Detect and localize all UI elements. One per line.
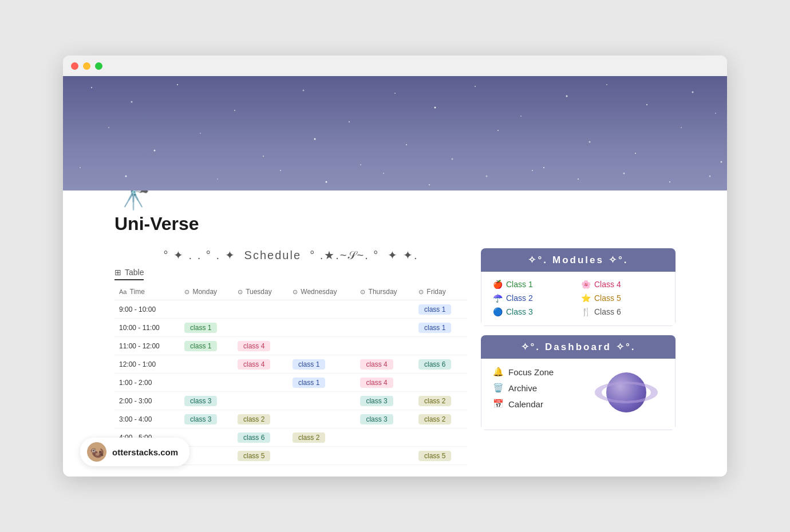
dashboard-links: 🔔Focus Zone🗑️Archive📅Calendar	[493, 367, 554, 409]
class-badge: class 1	[418, 323, 451, 333]
svg-point-8	[475, 86, 476, 87]
close-button[interactable]	[71, 62, 78, 70]
class-badge: class 1	[184, 341, 217, 351]
class-cell: class 1	[414, 300, 467, 319]
module-emoji: 🍴	[581, 307, 591, 316]
module-item[interactable]: ⭐Class 5	[581, 293, 663, 303]
class-cell: class 2	[414, 410, 467, 428]
class-badge: class 4	[238, 341, 270, 351]
svg-point-15	[108, 127, 109, 128]
class-badge: class 2	[238, 414, 270, 424]
module-emoji: ☂️	[493, 293, 503, 303]
class-cell: class 2	[414, 392, 467, 410]
table-row: 3:00 - 4:00class 3class 2class 3class 2	[114, 410, 467, 428]
class-badge: class 4	[360, 359, 393, 370]
class-cell: class 1	[414, 319, 467, 337]
time-cell: 1:00 - 2:00	[114, 374, 180, 392]
modules-body: 🍎Class 1🌸Class 4☂️Class 2⭐Class 5🔵Class …	[481, 272, 676, 326]
module-item[interactable]: 🌸Class 4	[581, 280, 663, 289]
svg-point-23	[497, 130, 499, 131]
module-item[interactable]: ☂️Class 2	[493, 293, 575, 303]
page-content: 🔭 Uni-Verse ° ✦ . . ° . ✦ Schedule ° .★.…	[63, 179, 727, 477]
dashboard-link-calendar[interactable]: 📅Calendar	[493, 399, 554, 409]
svg-point-18	[263, 156, 264, 157]
svg-point-41	[709, 176, 711, 177]
module-label: Class 5	[594, 293, 621, 303]
empty-cell	[414, 374, 467, 392]
stars-background	[63, 76, 727, 190]
empty-cell	[288, 337, 356, 355]
class-cell: class 4	[356, 355, 414, 374]
empty-cell	[288, 319, 356, 337]
svg-point-3	[234, 110, 235, 111]
schedule-section: ° ✦ . . ° . ✦ Schedule ° .★.~𝒮~. ° ✦ ✦. …	[114, 248, 467, 465]
svg-point-39	[623, 173, 625, 174]
class-badge: class 3	[184, 396, 217, 406]
svg-point-9	[520, 116, 522, 117]
module-item[interactable]: 🍴Class 6	[581, 307, 663, 316]
site-label: otterstacks.com	[112, 447, 178, 457]
dashboard-link-focus-zone[interactable]: 🔔Focus Zone	[493, 367, 554, 377]
svg-point-24	[543, 167, 544, 168]
dashboard-title: Dashboard	[545, 342, 611, 353]
svg-point-11	[606, 84, 607, 85]
class-cell: class 3	[356, 410, 414, 428]
class-cell: class 1	[288, 374, 356, 392]
module-emoji: 🌸	[581, 280, 591, 289]
class-badge: class 1	[293, 359, 325, 370]
link-emoji: 🗑️	[493, 383, 504, 393]
empty-cell	[288, 300, 356, 319]
time-cell: 9:00 - 10:00	[114, 300, 180, 319]
svg-point-26	[635, 153, 636, 154]
module-label: Class 4	[594, 280, 621, 289]
class-badge: class 3	[360, 414, 393, 424]
class-cell: class 5	[414, 447, 467, 465]
main-layout: ° ✦ . . ° . ✦ Schedule ° .★.~𝒮~. ° ✦ ✦. …	[63, 248, 727, 465]
class-cell: class 1	[288, 355, 356, 374]
schedule-header: ° ✦ . . ° . ✦ Schedule ° .★.~𝒮~. ° ✦ ✦.	[114, 248, 467, 262]
svg-point-29	[80, 167, 81, 168]
modules-title: Modules	[552, 255, 604, 266]
col-thursday: ⊙ Thursday	[356, 284, 414, 300]
class-cell: class 2	[233, 410, 288, 428]
class-badge: class 4	[238, 359, 270, 370]
empty-cell	[356, 337, 414, 355]
class-badge: class 1	[418, 304, 451, 315]
table-row: 9:00 - 10:00class 1	[114, 300, 467, 319]
module-label: Class 1	[506, 280, 533, 289]
class-badge: class 5	[238, 451, 270, 461]
module-item[interactable]: 🍎Class 1	[493, 280, 575, 289]
otter-avatar: 🦦	[87, 442, 106, 462]
class-badge: class 1	[293, 378, 325, 388]
empty-cell	[233, 374, 288, 392]
class-cell: class 5	[233, 447, 288, 465]
class-cell: class 4	[356, 374, 414, 392]
svg-point-40	[669, 181, 670, 182]
svg-point-36	[486, 176, 488, 177]
module-emoji: ⭐	[581, 293, 591, 303]
class-cell: class 6	[414, 355, 467, 374]
class-badge: class 6	[238, 432, 270, 443]
planet-container	[589, 367, 663, 418]
class-cell: class 1	[180, 337, 233, 355]
svg-point-33	[326, 181, 327, 183]
empty-cell	[356, 300, 414, 319]
svg-point-35	[429, 184, 430, 185]
time-cell: 2:00 - 3:00	[114, 392, 180, 410]
class-badge: class 5	[418, 451, 451, 461]
minimize-button[interactable]	[83, 62, 90, 70]
dashboard-link-archive[interactable]: 🗑️Archive	[493, 383, 554, 393]
hero-banner	[63, 76, 727, 190]
module-item[interactable]: 🔵Class 3	[493, 307, 575, 316]
table-header-row: Aa Time ⊙ Monday ⊙ Tuesday ⊙ Wednesday ⊙…	[114, 284, 467, 300]
module-emoji: 🍎	[493, 280, 503, 289]
svg-point-37	[532, 170, 533, 171]
class-badge: class 2	[418, 396, 451, 406]
maximize-button[interactable]	[95, 62, 102, 70]
class-cell: class 3	[180, 392, 233, 410]
module-label: Class 3	[506, 307, 533, 316]
class-cell: class 3	[180, 410, 233, 428]
svg-point-4	[303, 90, 305, 92]
svg-point-0	[91, 87, 92, 88]
svg-point-17	[200, 133, 201, 134]
